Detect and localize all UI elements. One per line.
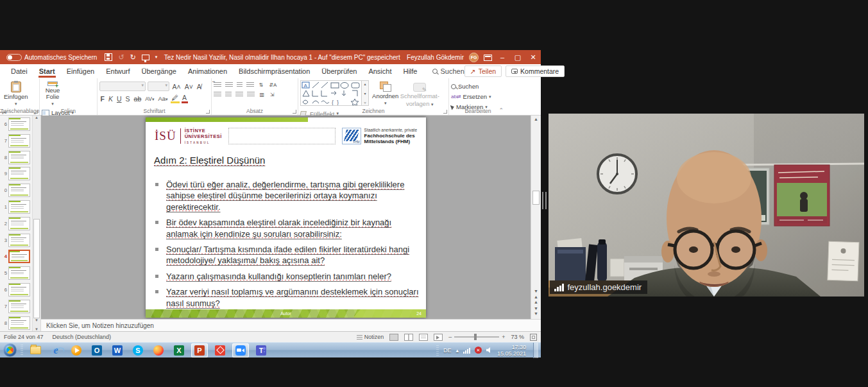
text-direction-button[interactable]: ⇵A xyxy=(268,82,278,88)
slide-thumbnail[interactable]: 0 xyxy=(0,183,32,200)
replace-button[interactable]: ab⇄Ersetzen▾ xyxy=(451,93,491,100)
ribbon-display-options-icon[interactable] xyxy=(484,55,492,61)
autosave-toggle[interactable]: Automatisches Speichern xyxy=(6,54,97,61)
tray-clock[interactable]: 17:30 15.05.2021 xyxy=(497,344,526,357)
tab-einfuegen[interactable]: Einfügen xyxy=(61,65,100,78)
language-tray-indicator[interactable]: DE xyxy=(443,347,452,354)
find-button[interactable]: Suchen xyxy=(451,83,491,90)
fit-slide-to-window-button[interactable] xyxy=(530,334,537,341)
volume-icon[interactable] xyxy=(486,347,493,354)
tab-ansicht[interactable]: Ansicht xyxy=(362,65,397,78)
account-avatar[interactable]: FG xyxy=(469,53,479,62)
slide-thumbnail[interactable]: 9 xyxy=(0,166,32,183)
sync-error-icon[interactable]: ✕ xyxy=(475,347,482,354)
italic-button[interactable]: K xyxy=(107,95,114,103)
drawing-dialog-launcher[interactable] xyxy=(443,110,447,114)
thumbnail-scrollbar[interactable]: ▲ ▼ ▼ xyxy=(32,116,40,331)
font-color-button[interactable]: A xyxy=(182,94,188,103)
character-spacing-button[interactable]: AV▾ xyxy=(144,96,155,102)
ribbon-search[interactable]: Suchen xyxy=(432,67,464,75)
font-size-select[interactable] xyxy=(148,82,169,91)
slideshow-icon[interactable] xyxy=(142,55,149,60)
scroll-down-icon[interactable]: ▼ xyxy=(531,289,541,293)
taskbar-zoom-icon[interactable] xyxy=(232,343,249,357)
taskbar-red-app-icon[interactable] xyxy=(212,343,228,357)
taskbar-outlook-icon[interactable]: O xyxy=(89,343,105,357)
toggle-switch-icon[interactable] xyxy=(6,54,22,61)
taskbar-teams-icon[interactable]: T xyxy=(253,343,269,357)
editor-vertical-scrollbar[interactable]: ▲ ▼ ▲▲ ▼▼ xyxy=(531,116,541,319)
tab-hilfe[interactable]: Hilfe xyxy=(397,65,423,78)
undo-icon[interactable]: ↺ xyxy=(118,53,124,61)
reading-view-button[interactable] xyxy=(419,334,428,341)
justify-button[interactable] xyxy=(247,92,255,98)
taskbar-media-player-icon[interactable] xyxy=(68,343,85,357)
bullet-list-button[interactable] xyxy=(214,82,221,88)
collapse-ribbon-icon[interactable]: ⌃ xyxy=(498,107,504,114)
slide-canvas[interactable]: İSÜ İSTİNYE ÜNİVERSİTESİ İSTANBUL xyxy=(146,117,426,318)
minimize-button[interactable]: – xyxy=(497,53,507,61)
slide-thumbnail[interactable]: 8 xyxy=(0,150,32,167)
slide-thumbnail[interactable]: 2 xyxy=(0,216,32,233)
grow-font-button[interactable]: A˄ xyxy=(171,83,182,90)
taskbar-firefox-icon[interactable] xyxy=(150,343,167,357)
tab-animationen[interactable]: Animationen xyxy=(182,65,233,78)
scrollbar-thumb[interactable] xyxy=(33,219,40,318)
scroll-up-icon[interactable]: ▲ xyxy=(33,116,40,123)
paragraph-dialog-launcher[interactable] xyxy=(293,110,296,114)
quick-styles-button[interactable]: Schnellformat- vorlagen ▾ xyxy=(402,82,438,108)
start-button[interactable] xyxy=(3,343,17,357)
new-slide-button[interactable]: Neue Folie ▾ xyxy=(42,80,64,107)
shapes-gallery-scrollbar[interactable]: ▴▾▿ xyxy=(362,80,369,106)
slide-title[interactable]: Adım 2: Eleştirel Düşünün xyxy=(154,155,265,166)
slideshow-view-button[interactable] xyxy=(434,334,443,341)
align-left-button[interactable] xyxy=(214,92,221,98)
redo-icon[interactable]: ↻ xyxy=(130,53,136,61)
slide-thumbnail[interactable]: 6 xyxy=(0,117,32,133)
strikethrough-button[interactable]: ab xyxy=(133,95,142,103)
slide-bullet-list[interactable]: Ödevi türü eğer analiz, değerlendirme, t… xyxy=(165,179,420,313)
close-button[interactable]: ✕ xyxy=(528,53,538,62)
next-slide-button[interactable]: ▼▼ xyxy=(531,306,541,316)
highlight-color-button[interactable]: 🖉 xyxy=(171,94,180,103)
tab-bildschirmpraesentation[interactable]: Bildschirmpräsentation xyxy=(233,65,316,78)
align-center-button[interactable] xyxy=(225,92,232,98)
zoom-thumb[interactable] xyxy=(474,334,477,340)
slide-thumbnail[interactable]: 7 xyxy=(0,299,32,316)
slide-thumbnail-selected[interactable]: 4 xyxy=(0,249,32,266)
tab-datei[interactable]: Datei xyxy=(5,65,33,78)
scrollbar-thumb[interactable] xyxy=(532,191,540,205)
notes-pane[interactable]: Klicken Sie, um Notizen hinzuzufügen xyxy=(41,319,541,331)
panel-resize-handle[interactable] xyxy=(542,192,547,209)
tab-start[interactable]: Start xyxy=(33,65,61,78)
smartart-convert-button[interactable]: ⇲ xyxy=(269,92,276,98)
show-desktop-button[interactable] xyxy=(533,343,538,358)
slide-thumbnail[interactable]: 8 xyxy=(0,316,32,331)
taskbar-word-icon[interactable]: W xyxy=(109,343,126,357)
taskbar-explorer-icon[interactable] xyxy=(27,343,44,357)
tab-entwurf[interactable]: Entwurf xyxy=(100,65,135,78)
decrease-indent-button[interactable] xyxy=(237,82,243,88)
notes-toggle-button[interactable]: Notizen xyxy=(357,334,384,340)
zoom-slider[interactable]: –+ xyxy=(448,334,505,340)
line-spacing-button[interactable]: ⇅ xyxy=(258,82,264,88)
slide-thumbnail[interactable]: 7 xyxy=(0,133,32,150)
scroll-up-icon[interactable]: ▲ xyxy=(531,117,541,121)
font-dialog-launcher[interactable] xyxy=(206,110,210,114)
bold-button[interactable]: F xyxy=(99,95,105,103)
slide-thumbnail[interactable]: 3 xyxy=(0,233,32,250)
taskbar-internet-explorer-icon[interactable]: e xyxy=(47,343,64,357)
clipboard-dialog-launcher[interactable] xyxy=(34,110,38,114)
slide-sorter-view-button[interactable] xyxy=(404,334,413,341)
align-right-button[interactable] xyxy=(235,92,243,98)
numbered-list-button[interactable] xyxy=(225,82,233,88)
shapes-gallery[interactable]: A {} xyxy=(300,80,362,106)
change-case-button[interactable]: Aa▾ xyxy=(157,95,169,102)
zoom-level[interactable]: 73 % xyxy=(511,334,524,340)
maximize-button[interactable]: ▢ xyxy=(513,53,523,62)
tab-uebergaenge[interactable]: Übergänge xyxy=(135,65,182,78)
slide-thumbnail[interactable]: 5 xyxy=(0,266,32,282)
taskbar-skype-icon[interactable]: S xyxy=(130,343,146,357)
show-hidden-icons-button[interactable]: ▴ xyxy=(455,347,459,354)
comments-button[interactable]: Kommentare xyxy=(506,65,565,77)
